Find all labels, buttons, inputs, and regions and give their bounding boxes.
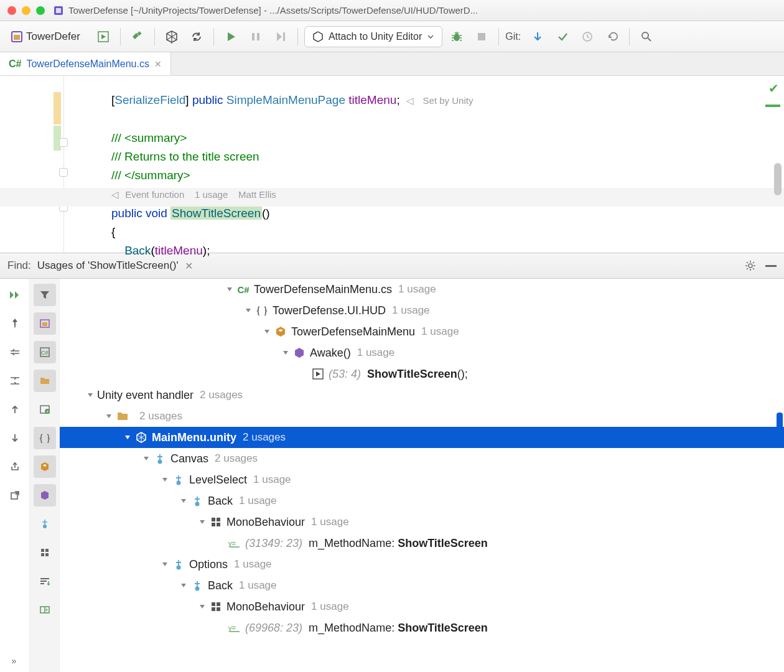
usage-row[interactable]: y=(69968: 23)m_MethodName: ShowTitleScre…: [60, 617, 784, 638]
sort-button[interactable]: [34, 570, 56, 592]
code-area[interactable]: [SerializeField] public SimpleMainMenuPa…: [96, 76, 762, 253]
tree-node[interactable]: 2 usages: [60, 406, 784, 427]
expand-arrow-icon[interactable]: [224, 284, 235, 295]
svg-rect-7: [257, 33, 259, 40]
svg-rect-8: [283, 32, 285, 41]
hammer-button[interactable]: [127, 26, 148, 47]
git-commit-button[interactable]: [552, 26, 573, 47]
run-target-button[interactable]: [93, 26, 114, 47]
tree-node[interactable]: LevelSelect1 usage: [60, 469, 784, 490]
group-module-button[interactable]: [34, 312, 56, 335]
pause-button[interactable]: [245, 26, 266, 47]
run-button[interactable]: [220, 26, 241, 47]
expand-arrow-icon[interactable]: [178, 580, 189, 591]
expand-arrow-icon[interactable]: [159, 474, 170, 485]
tree-node[interactable]: TowerDefense.UI.HUD1 usage: [60, 300, 784, 321]
node-label: MonoBehaviour: [226, 516, 305, 529]
tree-node[interactable]: Back1 usage: [60, 490, 784, 511]
svg-rect-32: [212, 518, 215, 521]
close-tab-icon[interactable]: ✕: [154, 59, 162, 69]
group-file-button[interactable]: C#: [34, 341, 56, 363]
tree-node[interactable]: Canvas2 usages: [60, 448, 784, 469]
group-class-button[interactable]: [34, 455, 56, 478]
expand-button[interactable]: [4, 370, 26, 392]
expand-arrow-icon[interactable]: [159, 559, 170, 570]
tab-file[interactable]: C# TowerDefenseMainMenu.cs ✕: [0, 52, 171, 75]
marker-stripe[interactable]: [765, 105, 780, 107]
tree-node[interactable]: MonoBehaviour1 usage: [60, 511, 784, 533]
fold-icon[interactable]: [59, 138, 68, 147]
separator-icon: [213, 28, 214, 45]
close-window-icon[interactable]: [7, 6, 16, 15]
group-usage-button[interactable]: +: [34, 398, 56, 421]
chevron-down-icon: [427, 33, 434, 40]
fold-icon[interactable]: [59, 168, 68, 177]
git-update-button[interactable]: [527, 26, 548, 47]
filter-button[interactable]: [34, 284, 56, 306]
expand-arrow-icon[interactable]: [197, 516, 208, 528]
tree-node[interactable]: C#TowerDefenseMainMenu.cs1 usage: [60, 279, 784, 300]
project-selector[interactable]: TowerDefer: [6, 28, 85, 45]
find-filter-toolbar: C# +: [30, 279, 60, 672]
usage-row[interactable]: y=(31349: 23)m_MethodName: ShowTitleScre…: [60, 533, 784, 554]
rerun-button[interactable]: [4, 284, 26, 306]
minimize-window-icon[interactable]: [22, 6, 30, 15]
scrollbar-thumb[interactable]: [777, 413, 783, 440]
close-find-tab-icon[interactable]: ✕: [185, 260, 193, 272]
tree-node[interactable]: Back1 usage: [60, 575, 784, 596]
tree-node[interactable]: MonoBehaviour1 usage: [60, 596, 784, 617]
more-button[interactable]: »: [12, 656, 18, 666]
prev-button[interactable]: [4, 398, 26, 421]
expand-arrow-icon[interactable]: [261, 326, 273, 337]
refresh-button[interactable]: [186, 26, 207, 47]
settings-icon[interactable]: [744, 259, 757, 272]
tree-node[interactable]: Awake()1 usage: [60, 342, 784, 363]
git-rollback-button[interactable]: [602, 26, 623, 47]
expand-arrow-icon[interactable]: [141, 453, 152, 464]
window-controls: [7, 6, 45, 15]
usages-tree[interactable]: C#TowerDefenseMainMenu.cs1 usageTowerDef…: [60, 279, 784, 672]
group-go-button[interactable]: [34, 513, 56, 535]
location: (69968: 23): [245, 622, 302, 635]
debug-button[interactable]: [446, 26, 467, 47]
collapse-button[interactable]: [4, 341, 26, 363]
maximize-window-icon[interactable]: [36, 6, 45, 15]
step-button[interactable]: [270, 26, 291, 47]
run-config-selector[interactable]: Attach to Unity Editor: [304, 26, 442, 47]
group-comp-button[interactable]: [34, 541, 56, 564]
tree-node[interactable]: MainMenu.unity2 usages: [60, 427, 784, 448]
usage-count: 1 usage: [392, 304, 430, 317]
unity-icon: [312, 31, 324, 42]
expand-arrow-icon[interactable]: [122, 432, 133, 443]
scrollbar-thumb[interactable]: [774, 163, 782, 195]
group-ns-button[interactable]: [34, 427, 56, 449]
preview-button[interactable]: [34, 599, 56, 621]
next-button[interactable]: [4, 427, 26, 449]
search-button[interactable]: [636, 26, 657, 47]
usage-row[interactable]: (53: 4)ShowTitleScreen();: [60, 363, 784, 385]
expand-arrow-icon[interactable]: [243, 305, 254, 316]
open-new-tab-button[interactable]: [4, 484, 26, 506]
tree-node[interactable]: TowerDefenseMainMenu1 usage: [60, 321, 784, 342]
usage-count: 2 usages: [215, 452, 258, 465]
find-label: Find:: [7, 259, 31, 272]
expand-arrow-icon[interactable]: [103, 411, 114, 422]
git-history-button[interactable]: [577, 26, 598, 47]
go-icon: [190, 494, 204, 508]
export-button[interactable]: [4, 455, 26, 478]
tree-node[interactable]: Options1 usage: [60, 554, 784, 575]
pin-button[interactable]: [4, 312, 26, 335]
inspection-ok-icon[interactable]: ✔: [768, 81, 779, 96]
minimize-panel-icon[interactable]: [765, 265, 777, 267]
expand-arrow-icon[interactable]: [197, 601, 208, 612]
group-method-button[interactable]: [34, 484, 56, 506]
group-dir-button[interactable]: [34, 370, 56, 392]
expand-arrow-icon[interactable]: [85, 390, 96, 401]
code-lens[interactable]: ◁ Event function 1 usage Matt Ellis: [111, 185, 276, 204]
tree-node[interactable]: Unity event handler2 usages: [60, 385, 784, 406]
expand-arrow-icon[interactable]: [178, 495, 189, 506]
code-editor[interactable]: [SerializeField] public SimpleMainMenuPa…: [0, 76, 784, 253]
expand-arrow-icon[interactable]: [280, 347, 291, 358]
unity-button[interactable]: [161, 26, 182, 47]
stop-button[interactable]: [471, 26, 492, 47]
